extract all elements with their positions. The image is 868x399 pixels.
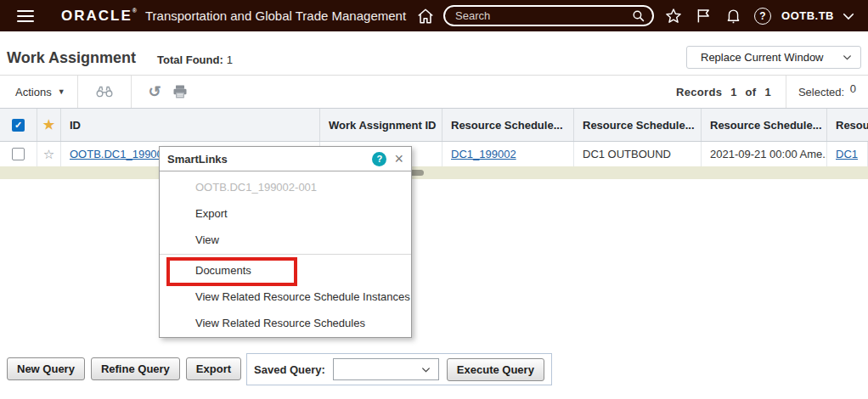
app-title: Transportation and Global Trade Manageme… — [145, 8, 406, 23]
total-found-label: Total Found: — [157, 53, 223, 66]
select-chevron-icon — [420, 364, 431, 375]
user-menu[interactable]: OOTB.TB — [781, 8, 856, 24]
window-mode-select[interactable]: Replace Current Window — [686, 46, 861, 69]
new-query-button[interactable]: New Query — [7, 357, 85, 380]
refresh-icon[interactable]: ↺ — [149, 84, 161, 99]
row-id-link[interactable]: OOTB.DC1_199002 — [70, 148, 169, 160]
select-chevron-icon — [842, 52, 853, 63]
binoculars-search-icon[interactable] — [95, 84, 114, 99]
menu-item-export[interactable]: Export — [160, 200, 411, 227]
search-icon[interactable] — [631, 8, 645, 23]
toolbar-separator — [131, 76, 132, 108]
column-header-resource-schedule-1[interactable]: Resource Schedule... — [442, 109, 574, 141]
popup-close-icon[interactable]: × — [394, 151, 403, 166]
saved-query-group: Saved Query: Execute Query — [246, 353, 552, 385]
resource-link[interactable]: DC1 — [836, 148, 858, 160]
selected-counter: Selected: 0 — [798, 86, 868, 98]
search-input[interactable] — [455, 9, 631, 22]
row-checkbox[interactable] — [12, 148, 25, 160]
window-mode-value: Replace Current Window — [701, 51, 842, 64]
smartlinks-title: SmartLinks — [167, 153, 372, 166]
row-resource-cell: DC1 — [827, 142, 868, 166]
column-header-resource[interactable]: Resou — [827, 109, 868, 141]
page-header: Work Assignment Total Found:1 Replace Cu… — [0, 31, 868, 75]
menu-item-view-related-resource-schedule-instances[interactable]: View Related Resource Schedule Instances — [160, 284, 411, 310]
total-found: Total Found:1 — [157, 53, 233, 66]
column-header-work-assignment-id[interactable]: Work Assignment ID — [320, 109, 442, 141]
smartlinks-popup: SmartLinks ? × OOTB.DC1_199002-001 Expor… — [159, 146, 412, 338]
popup-help-icon[interactable]: ? — [372, 152, 386, 166]
hamburger-menu-icon[interactable] — [17, 10, 34, 22]
row-select-cell — [0, 142, 37, 166]
favorite-column-header: ★ — [37, 109, 61, 141]
records-label: Records — [676, 86, 722, 98]
saved-query-select[interactable] — [333, 358, 439, 380]
resource-schedule-link[interactable]: DC1_199002 — [451, 148, 516, 160]
toolbar-separator — [77, 76, 78, 108]
results-toolbar: Actions ▼ ↺ Records 1 of 1 Selected: 0 — [0, 75, 868, 108]
total-found-value: 1 — [227, 53, 233, 66]
records-counter: Records 1 of 1 — [674, 86, 774, 98]
menu-divider — [160, 254, 411, 255]
user-chevron-down-icon — [841, 8, 856, 24]
oracle-logo: ORACLE® — [61, 8, 137, 25]
select-all-cell: ✓ — [0, 109, 37, 141]
records-total: 1 — [764, 86, 771, 98]
search-box[interactable] — [443, 5, 654, 26]
saved-query-label: Saved Query: — [254, 363, 325, 376]
work-assignment-table: ✓ ★ ID Work Assignment ID Resource Sched… — [0, 108, 868, 166]
row-resource-schedule-cell-2: DC1 OUTBOUND — [574, 142, 702, 166]
favorite-star-icon[interactable]: ★ — [43, 117, 54, 132]
menu-item-documents[interactable]: Documents — [160, 257, 411, 284]
toolbar-separator — [786, 76, 786, 108]
smartlinks-titlebar: SmartLinks ? × — [160, 147, 411, 171]
selected-value: 0 — [850, 82, 856, 95]
row-favorite-cell: ☆ — [37, 142, 61, 166]
menu-item-view-related-resource-schedules[interactable]: View Related Resource Schedules — [160, 310, 411, 336]
query-footer: New Query Refine Query Export Saved Quer… — [7, 357, 552, 385]
refine-query-button[interactable]: Refine Query — [91, 357, 180, 380]
favorites-star-icon[interactable] — [664, 7, 683, 25]
actions-label: Actions — [15, 86, 52, 98]
horizontal-scrollbar[interactable] — [0, 166, 868, 179]
help-icon[interactable]: ? — [754, 8, 771, 25]
print-icon[interactable] — [172, 83, 189, 100]
column-header-resource-schedule-2[interactable]: Resource Schedule... — [574, 109, 702, 141]
records-of: of — [746, 86, 757, 98]
smartlinks-menu: OOTB.DC1_199002-001 Export View Document… — [160, 171, 411, 336]
row-resource-schedule-cell-1: DC1_199002 — [442, 142, 574, 166]
oracle-logo-text: ORACLE — [61, 8, 132, 24]
username-label: OOTB.TB — [781, 9, 834, 22]
table-header-row: ✓ ★ ID Work Assignment ID Resource Sched… — [0, 108, 868, 142]
selected-label: Selected: — [798, 86, 844, 98]
menu-item-object-id: OOTB.DC1_199002-001 — [160, 174, 411, 200]
actions-caret-icon: ▼ — [58, 87, 65, 96]
actions-dropdown-button[interactable]: Actions ▼ — [15, 86, 65, 98]
top-navigation-bar: ORACLE® Transportation and Global Trade … — [0, 0, 868, 31]
flag-icon[interactable] — [695, 7, 713, 25]
table-row: ☆ OOTB.DC1_199002 DC1_199002 DC1 OUTBOUN… — [0, 142, 868, 166]
registered-mark: ® — [132, 8, 137, 14]
page-title: Work Assignment — [7, 49, 136, 67]
export-button[interactable]: Export — [186, 357, 241, 380]
column-header-id[interactable]: ID — [61, 109, 320, 141]
home-icon[interactable] — [416, 7, 435, 25]
notifications-bell-icon[interactable] — [724, 7, 742, 25]
row-star-icon[interactable]: ☆ — [43, 147, 54, 162]
execute-query-button[interactable]: Execute Query — [447, 358, 544, 381]
menu-item-view[interactable]: View — [160, 227, 411, 253]
select-all-checkbox[interactable]: ✓ — [12, 119, 25, 132]
row-resource-schedule-cell-3: 2021-09-21 00:00 Ame... — [702, 142, 827, 166]
column-header-resource-schedule-3[interactable]: Resource Schedule... — [702, 109, 827, 141]
records-current: 1 — [730, 86, 737, 98]
